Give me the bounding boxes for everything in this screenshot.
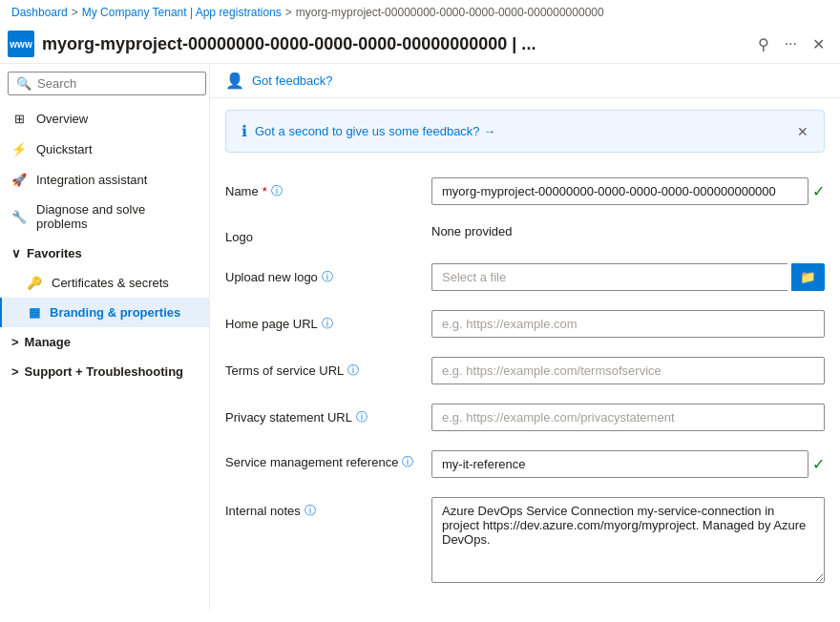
logo-static-text: None provided (431, 218, 513, 238)
form-value-service-mgmt: ✓ (431, 450, 825, 478)
sidebar-favorites-label: Favorites (27, 246, 82, 260)
required-marker: * (262, 184, 267, 198)
form-area: Name * ⓘ ✓ Logo None provided (210, 164, 840, 610)
feedback-banner-text[interactable]: Got a second to give us some feedback? → (255, 124, 495, 138)
form-row-upload-logo: Upload new logo ⓘ 📁 (225, 254, 825, 301)
chevron-right-support-icon: > (11, 364, 19, 379)
form-label-name: Name * ⓘ (225, 177, 416, 199)
sidebar-item-integration[interactable]: 🚀 Integration assistant (0, 164, 209, 195)
main-layout: 🔍 ◇ « ⊞ Overview ⚡ Quickstart 🚀 Integrat… (0, 64, 840, 610)
chevron-down-icon: ∨ (11, 246, 21, 260)
sidebar-item-integration-label: Integration assistant (36, 173, 147, 187)
rocket-icon: 🚀 (11, 172, 27, 187)
title-actions: ⚲ ··· ✕ (754, 33, 829, 55)
form-value-logo: None provided (431, 224, 825, 238)
sidebar-manage-header[interactable]: > Manage (0, 327, 209, 357)
form-label-privacy: Privacy statement URL ⓘ (225, 404, 416, 425)
upload-logo-input[interactable] (431, 263, 788, 291)
form-label-upload-logo: Upload new logo ⓘ (225, 263, 416, 285)
chevron-right-icon: > (11, 335, 19, 349)
name-input[interactable] (431, 177, 808, 205)
sidebar: 🔍 ◇ « ⊞ Overview ⚡ Quickstart 🚀 Integrat… (0, 64, 210, 610)
more-icon[interactable]: ··· (781, 33, 801, 54)
app-icon: www (8, 31, 34, 57)
form-value-name: ✓ (431, 177, 825, 205)
terms-info-icon[interactable]: ⓘ (347, 363, 359, 379)
sidebar-support-label: Support + Troubleshooting (25, 364, 183, 379)
homepage-input[interactable] (431, 310, 825, 338)
search-input[interactable] (37, 76, 198, 91)
sidebar-item-overview[interactable]: ⊞ Overview (0, 103, 209, 134)
sidebar-item-diagnose-label: Diagnose and solve problems (36, 202, 198, 231)
breadcrumb: Dashboard > My Company Tenant | App regi… (0, 0, 840, 25)
lightning-icon: ⚡ (11, 141, 27, 156)
service-mgmt-check-icon: ✓ (812, 455, 825, 473)
sidebar-manage-label: Manage (25, 335, 71, 349)
sidebar-item-quickstart[interactable]: ⚡ Quickstart (0, 134, 209, 164)
internal-notes-textarea[interactable]: Azure DevOps Service Connection my-servi… (431, 497, 825, 583)
form-value-homepage (431, 310, 825, 338)
form-label-terms: Terms of service URL ⓘ (225, 357, 416, 379)
sidebar-support-header[interactable]: > Support + Troubleshooting (0, 357, 209, 386)
name-info-icon[interactable]: ⓘ (271, 183, 283, 199)
got-feedback-text[interactable]: Got feedback? (252, 73, 333, 88)
sidebar-item-branding-label: Branding & properties (50, 305, 180, 320)
sidebar-item-certs[interactable]: 🔑 Certificates & secrets (0, 268, 209, 298)
form-row-terms: Terms of service URL ⓘ (225, 347, 825, 394)
search-icon: 🔍 (16, 76, 32, 91)
sidebar-item-diagnose[interactable]: 🔧 Diagnose and solve problems (0, 195, 209, 238)
form-row-internal-notes: Internal notes ⓘ Azure DevOps Service Co… (225, 487, 825, 595)
table-icon: ▦ (29, 305, 40, 320)
feedback-banner-left: ℹ Got a second to give us some feedback?… (242, 122, 495, 140)
info-icon: ℹ (242, 122, 247, 140)
grid-icon: ⊞ (11, 111, 27, 126)
service-mgmt-input[interactable] (431, 450, 808, 478)
name-check-icon: ✓ (812, 182, 825, 200)
feedback-banner-close[interactable]: ✕ (797, 124, 808, 139)
privacy-input[interactable] (431, 404, 825, 431)
search-bar: 🔍 ◇ « (0, 64, 209, 103)
form-row-logo: Logo None provided (225, 215, 825, 254)
form-label-logo: Logo (225, 224, 416, 244)
sidebar-item-branding[interactable]: ▦ Branding & properties (0, 298, 209, 327)
pin-icon[interactable]: ⚲ (754, 33, 773, 55)
got-feedback-bar: 👤 Got feedback? (210, 64, 840, 98)
sidebar-item-quickstart-label: Quickstart (36, 142, 93, 156)
breadcrumb-current: myorg-myproject-00000000-0000-0000-0000-… (296, 6, 604, 19)
wrench-icon: 🔧 (11, 209, 27, 224)
breadcrumb-sep-2: > (285, 6, 292, 19)
breadcrumb-dashboard[interactable]: Dashboard (11, 6, 68, 19)
form-row-name: Name * ⓘ ✓ (225, 168, 825, 215)
form-label-internal-notes: Internal notes ⓘ (225, 497, 416, 519)
form-row-privacy: Privacy statement URL ⓘ (225, 394, 825, 441)
sidebar-item-overview-label: Overview (36, 112, 88, 126)
privacy-info-icon[interactable]: ⓘ (356, 409, 368, 425)
form-label-homepage: Home page URL ⓘ (225, 310, 416, 332)
internal-notes-info-icon[interactable]: ⓘ (304, 503, 316, 519)
form-row-service-mgmt: Service management reference ⓘ ✓ (225, 441, 825, 487)
form-value-terms (431, 357, 825, 384)
feedback-person-icon: 👤 (225, 72, 244, 90)
terms-input[interactable] (431, 357, 825, 384)
close-icon[interactable]: ✕ (808, 33, 829, 55)
feedback-banner: ℹ Got a second to give us some feedback?… (225, 110, 825, 153)
page-title: myorg-myproject-00000000-0000-0000-0000-… (42, 34, 746, 54)
form-value-upload-logo: 📁 (431, 263, 825, 291)
upload-logo-button[interactable]: 📁 (791, 263, 825, 291)
homepage-info-icon[interactable]: ⓘ (322, 316, 333, 332)
form-row-homepage: Home page URL ⓘ (225, 301, 825, 347)
breadcrumb-sep-1: > (72, 6, 78, 19)
form-label-service-mgmt: Service management reference ⓘ (225, 450, 416, 470)
key-icon: 🔑 (27, 276, 42, 290)
search-input-wrapper[interactable]: 🔍 (8, 72, 206, 95)
breadcrumb-tenant[interactable]: My Company Tenant | App registrations (82, 6, 282, 19)
sidebar-favorites-header[interactable]: ∨ Favorites (0, 238, 209, 268)
sidebar-item-certs-label: Certificates & secrets (52, 276, 169, 290)
upload-logo-info-icon[interactable]: ⓘ (322, 269, 333, 285)
form-value-privacy (431, 404, 825, 431)
content-area: 👤 Got feedback? ℹ Got a second to give u… (210, 64, 840, 610)
service-mgmt-info-icon[interactable]: ⓘ (402, 454, 413, 470)
form-value-internal-notes: Azure DevOps Service Connection my-servi… (431, 497, 825, 586)
title-bar: www myorg-myproject-00000000-0000-0000-0… (0, 25, 840, 64)
